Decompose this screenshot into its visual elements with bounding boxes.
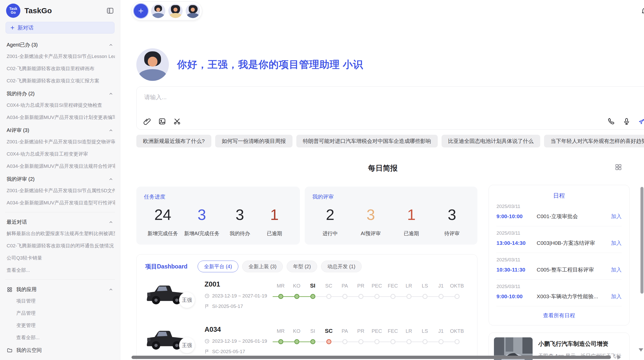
chevron-up-icon[interactable] xyxy=(108,128,113,133)
agent-avatar[interactable] xyxy=(186,4,200,18)
event-join-link[interactable]: 加入 xyxy=(611,213,622,220)
sidebar-task-item[interactable]: A034-全新新能源MUV产品开发项目法规符合性评审 xyxy=(5,160,115,172)
milestone-dot xyxy=(326,339,331,344)
sidebar-task-item[interactable]: A034-全新新能源MUV产品开发项目造型可行性评审 xyxy=(5,197,115,209)
send-icon[interactable] xyxy=(638,117,644,125)
recent-chat-item[interactable]: C02-飞腾新能源轻客改款项目的闭环通告反馈情况 xyxy=(5,240,115,252)
milestone-label: KO xyxy=(289,281,305,290)
project-dashboard-card: 项目Dashboard 全新平台 (4)全新上装 (3)年型 (2)动总开发 (… xyxy=(136,254,477,360)
folder-icon xyxy=(7,347,13,353)
dashboard-tab[interactable]: 全新平台 (4) xyxy=(198,261,238,272)
scroll-down-arrow-icon[interactable] xyxy=(639,348,643,354)
bell-icon[interactable] xyxy=(641,7,644,15)
chevron-up-icon[interactable] xyxy=(108,91,113,96)
app-item[interactable]: 产品管理 xyxy=(5,307,115,319)
agent-avatar[interactable] xyxy=(151,4,165,18)
event-join-link[interactable]: 加入 xyxy=(611,293,622,300)
composer-input[interactable] xyxy=(137,87,644,112)
sidebar-task-item[interactable]: Z001-全新燃油轻卡产品开发项目SI节点属性5D文件评审 xyxy=(5,185,115,197)
schedule-event: 2025/03/11 9:00-10:00 X003-车辆动力学性能验... 加… xyxy=(496,280,622,306)
dashboard-title: 项目Dashboard xyxy=(145,263,187,271)
agent-avatar[interactable] xyxy=(168,4,183,18)
paperclip-icon[interactable] xyxy=(143,117,151,125)
app-item[interactable]: 项目管理 xyxy=(5,295,115,307)
grid-icon[interactable] xyxy=(614,163,622,171)
add-agent-button[interactable] xyxy=(134,4,148,18)
sidebar-task-item[interactable]: C02-飞腾新能源轻客改款项目里程碑画布 xyxy=(5,63,115,75)
event-join-link[interactable]: 加入 xyxy=(611,266,622,273)
recent-view-all[interactable]: 查看全部... xyxy=(5,264,115,276)
sidebar-task-item[interactable]: A034-全新新能源MUV产品开发项目计划变更表编写 xyxy=(5,111,115,124)
milestone-label: PA xyxy=(337,281,353,290)
milestone-label: SC xyxy=(321,327,337,335)
recent-chat-item[interactable]: 公司Q3轻卡销量 xyxy=(5,252,115,264)
horizontal-scrollbar[interactable] xyxy=(131,356,611,359)
phone-icon[interactable] xyxy=(607,117,615,125)
chevron-up-icon[interactable] xyxy=(108,42,113,48)
recent-chat-item[interactable]: 解释最新出台的欧盟报废车法规再生塑料比例被调至15%... xyxy=(5,228,115,240)
sidebar-task-item[interactable]: C0X4-动力总成开发项目工程变更评审 xyxy=(5,148,115,160)
vertical-scrollbar[interactable] xyxy=(640,187,643,294)
schedule-event: 2025/03/11 10:30-11:30 C005-整车工程目标评审 加入 xyxy=(496,253,622,280)
milestone-stage: PR xyxy=(353,327,369,344)
app-item[interactable]: 查看全部... xyxy=(5,332,115,344)
panel-collapse-icon[interactable] xyxy=(106,7,114,14)
sidebar-task-item[interactable]: C0X4-动力总成开发项目SI里程碑提交物检查 xyxy=(5,99,115,111)
image-icon[interactable] xyxy=(158,117,166,125)
sidebar-task-item[interactable]: C02-飞腾新能源轻客改款项目立项汇报方案 xyxy=(5,75,115,87)
milestone-stage: LR xyxy=(401,327,417,344)
chevron-up-icon[interactable] xyxy=(108,220,113,225)
milestone-label: SI xyxy=(305,327,321,335)
divider xyxy=(5,279,115,280)
dashboard-tab[interactable]: 全新上装 (3) xyxy=(242,261,283,272)
milestone-label: J1 xyxy=(433,281,449,290)
schedule-view-all-link[interactable]: 查看所有日程 xyxy=(496,306,622,321)
suggestion-chips: 欧洲新规最近颁布了什么?如何写一份清晰的项目周报特朗普可能对进口汽车增税会对中国… xyxy=(136,135,644,147)
chevron-up-icon[interactable] xyxy=(108,177,113,182)
sidebar-item-favorites[interactable]: 我的收藏 xyxy=(5,357,115,360)
project-row[interactable]: 王强 Z001 2023-12-19 ~ 2027-01-19 SI-2025-… xyxy=(137,279,477,318)
app-item[interactable]: 变更管理 xyxy=(5,319,115,332)
new-chat-button[interactable]: 新对话 xyxy=(6,22,114,34)
milestone-stage: SC xyxy=(321,327,337,344)
event-join-link[interactable]: 加入 xyxy=(611,239,622,247)
milestone-label: LS xyxy=(417,281,433,290)
section-header[interactable]: AI评审 (3) xyxy=(5,124,115,136)
suggestion-chip[interactable]: 比亚迪全固态电池计划具体说了什么 xyxy=(442,135,540,147)
mic-icon[interactable] xyxy=(623,117,631,125)
project-date-range: 2023-12-19 ~ 2027-01-19 xyxy=(212,293,267,299)
sidebar-item-cloud-space[interactable]: 我的云空间 xyxy=(5,344,115,357)
sidebar-task-item[interactable]: Z001-全新燃油皮卡产品开发项目SI节点Lesson Learn报告 xyxy=(5,50,115,63)
suggestion-chip[interactable]: 当下年轻人对汽车外观有怎样的喜好趋势 xyxy=(544,135,644,147)
suggestion-chip[interactable]: 特朗普可能对进口汽车增税会对中国车企造成哪些影响 xyxy=(296,135,438,147)
project-code: A034 xyxy=(204,326,273,334)
task-progress-card: 任务进度 24 新增完成任务 3 新增AI完成任务 3 我的待办 xyxy=(136,187,300,245)
event-time: 9:00-10:00 xyxy=(496,293,537,299)
project-row[interactable]: 王强 A034 2023-12-19 ~ 2026-01-19 SC-2025-… xyxy=(137,324,477,360)
chevron-up-icon[interactable] xyxy=(108,287,113,292)
section-header[interactable]: Agent已办 (3) xyxy=(5,38,115,50)
section-header[interactable]: 我的评审 (2) xyxy=(5,172,115,185)
suggestion-chip[interactable]: 如何写一份清晰的项目周报 xyxy=(215,135,292,147)
clock-icon xyxy=(204,339,210,344)
scissors-icon[interactable] xyxy=(173,117,181,125)
section-header[interactable]: 最近对话 xyxy=(5,215,115,228)
stat-label: 已逾期 xyxy=(260,230,289,237)
milestone-stage: MR xyxy=(273,327,289,344)
section-header[interactable]: 我的待办 (2) xyxy=(5,87,115,99)
sidebar-task-item[interactable]: Z001-全新燃油轻卡产品开发项目SI造型提交物评审 xyxy=(5,136,115,148)
event-title: C003|H0B-方案冻结评审 xyxy=(537,239,611,247)
dashboard-tab[interactable]: 年型 (2) xyxy=(287,261,317,272)
suggestion-chip[interactable]: 欧洲新规最近颁布了什么? xyxy=(136,135,211,147)
stat-label: 进行中 xyxy=(316,230,344,237)
owner-badge: 王强 xyxy=(179,337,195,353)
milestone-dot xyxy=(342,294,347,299)
section-header[interactable]: 我的应用 xyxy=(5,283,115,295)
stat-value: 3 xyxy=(184,206,219,223)
stat-value: 1 xyxy=(397,206,426,223)
event-title: C005-整车工程目标评审 xyxy=(537,266,611,273)
scroll-right-arrow-icon[interactable] xyxy=(618,355,623,359)
schedule-card: 日程 2025/03/11 9:00-10:00 C001-立项审批会 加入 2… xyxy=(489,185,630,325)
dashboard-tab[interactable]: 动总开发 (1) xyxy=(321,261,362,272)
app-name: TaskGo xyxy=(24,6,106,15)
